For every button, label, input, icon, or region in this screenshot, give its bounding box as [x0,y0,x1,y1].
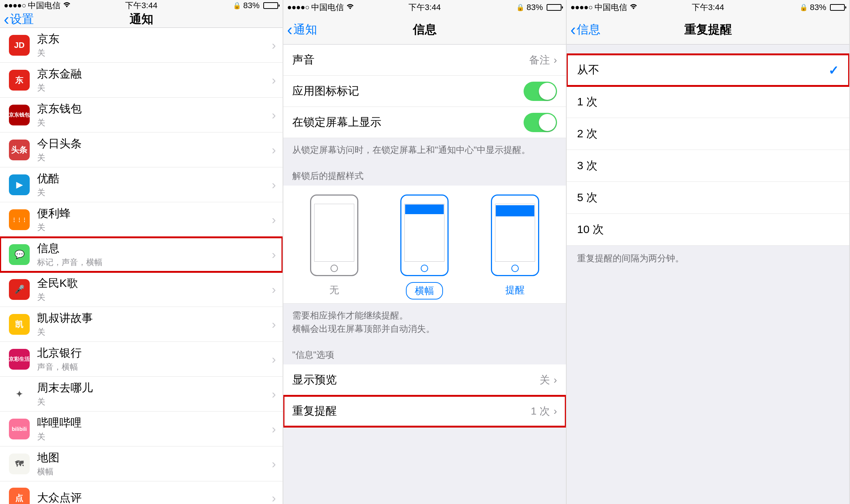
repeat-alert-row[interactable]: 重复提醒 1 次› [283,396,566,427]
app-row[interactable]: bilibili哔哩哔哩关› [0,412,283,446]
app-row[interactable]: ▶优酷关› [0,167,283,202]
chevron-right-icon: › [272,317,276,331]
repeat-option[interactable]: 10 次 [567,214,849,246]
repeat-value: 1 次 [531,404,550,418]
app-row[interactable]: 头条今日头条关› [0,132,283,167]
app-icon: 京彩生活 [9,349,30,370]
screen-repeat-alerts: 中国电信 下午3:44 🔒 83% ‹ 信息 重复提醒 从不✓1 次2 次3 次… [567,0,850,504]
option-label: 10 次 [577,222,604,237]
app-row[interactable]: 🗺地图横幅› [0,446,283,481]
alert-style-alert[interactable]: 提醒 [491,194,539,300]
badge-toggle[interactable] [524,82,557,101]
app-icon: ⋮⋮⋮ [9,209,30,230]
app-status: 声音，横幅 [37,361,272,373]
app-row[interactable]: ✦周末去哪儿关› [0,377,283,412]
battery-percent: 83% [810,3,826,12]
app-name: 哔哩哔哩 [37,415,272,431]
signal-icon [4,4,26,7]
app-name: 京东金融 [37,66,272,82]
app-row[interactable]: 京东钱包京东钱包关› [0,98,283,132]
lock-rotation-icon: 🔒 [516,3,524,12]
app-row[interactable]: 🎤全民K歌关› [0,272,283,307]
carrier-label: 中国电信 [595,2,627,13]
app-icon: 点 [9,488,30,504]
chevron-right-icon: › [272,212,276,227]
preview-label: 显示预览 [292,372,337,387]
nav-back-button[interactable]: ‹ 通知 [283,22,317,38]
lock-rotation-icon: 🔒 [233,1,241,10]
option-label: 从不 [577,62,599,78]
chevron-left-icon: ‹ [287,22,293,38]
repeat-option[interactable]: 1 次 [567,86,849,118]
chevron-right-icon: › [272,422,276,436]
chevron-right-icon: › [272,387,276,401]
app-status: 关 [37,327,272,338]
app-status: 横幅 [37,466,272,477]
wifi-icon [346,3,354,12]
battery-icon [830,4,845,11]
lockscreen-toggle[interactable] [524,113,557,132]
battery-percent: 83% [527,3,543,12]
battery-percent: 83% [243,1,260,10]
nav-bar: ‹ 设置 通知 [0,11,283,28]
screen-messages-settings: 中国电信 下午3:44 🔒 83% ‹ 通知 信息 声音 备注› 应用图标标记 … [283,0,567,504]
battery-icon [263,2,278,9]
status-bar: 中国电信 下午3:44 🔒 83% [567,0,849,15]
app-icon: 💬 [9,244,30,265]
chevron-right-icon: › [272,352,276,366]
app-icon: 🗺 [9,454,30,474]
chevron-right-icon: › [272,108,276,122]
app-row[interactable]: 点大众点评› [0,481,283,504]
nav-title: 通知 [130,11,153,27]
app-row[interactable]: 凯凯叔讲故事关› [0,307,283,342]
app-status: 关 [37,48,272,59]
repeat-option[interactable]: 2 次 [567,118,849,150]
nav-back-button[interactable]: ‹ 信息 [567,22,600,38]
app-name: 北京银行 [37,346,272,361]
chevron-right-icon: › [272,282,276,297]
app-status: 关 [37,152,272,163]
repeat-option[interactable]: 5 次 [567,182,849,214]
chevron-left-icon: ‹ [4,11,9,27]
badge-label: 应用图标标记 [292,84,359,99]
repeat-option[interactable]: 3 次 [567,150,849,182]
app-row[interactable]: JD京东关› [0,28,283,63]
option-label: 1 次 [577,94,597,109]
app-row[interactable]: 京彩生活北京银行声音，横幅› [0,342,283,377]
chevron-right-icon: › [554,374,557,386]
sound-label: 声音 [292,52,315,68]
nav-title: 信息 [413,22,437,38]
status-time: 下午3:44 [692,2,724,13]
repeat-option[interactable]: 从不✓ [567,54,849,86]
chevron-left-icon: ‹ [570,22,576,38]
status-time: 下午3:44 [125,0,157,11]
app-row[interactable]: 东京东金融关› [0,63,283,98]
app-row[interactable]: ⋮⋮⋮便利蜂关› [0,202,283,237]
battery-icon [547,4,561,11]
chevron-right-icon: › [272,247,276,262]
checkmark-icon: ✓ [828,63,839,78]
chevron-right-icon: › [554,405,557,417]
app-status: 关 [37,431,272,442]
lock-rotation-icon: 🔒 [799,3,808,12]
status-bar: 中国电信 下午3:44 🔒 83% [0,0,283,11]
alert-style-none[interactable]: 无 [310,194,358,300]
repeat-options-list: 从不✓1 次2 次3 次5 次10 次 [567,54,849,246]
sound-row[interactable]: 声音 备注› [283,45,566,76]
app-row[interactable]: 💬信息标记，声音，横幅› [0,237,283,272]
options-header: "信息"选项 [283,339,566,364]
lockscreen-row[interactable]: 在锁定屏幕上显示 [283,107,566,138]
lockscreen-label: 在锁定屏幕上显示 [292,115,381,130]
app-name: 优酷 [37,171,272,186]
preview-value: 关 [540,373,550,387]
badge-row[interactable]: 应用图标标记 [283,76,566,107]
nav-back-button[interactable]: ‹ 设置 [0,11,34,27]
app-status: 关 [37,396,272,408]
chevron-right-icon: › [272,491,276,504]
app-status: 关 [37,292,272,303]
preview-row[interactable]: 显示预览 关› [283,364,566,396]
signal-icon [288,6,309,9]
app-status: 关 [37,222,272,233]
app-status: 关 [37,187,272,198]
alert-style-banner[interactable]: 横幅 [400,194,449,300]
